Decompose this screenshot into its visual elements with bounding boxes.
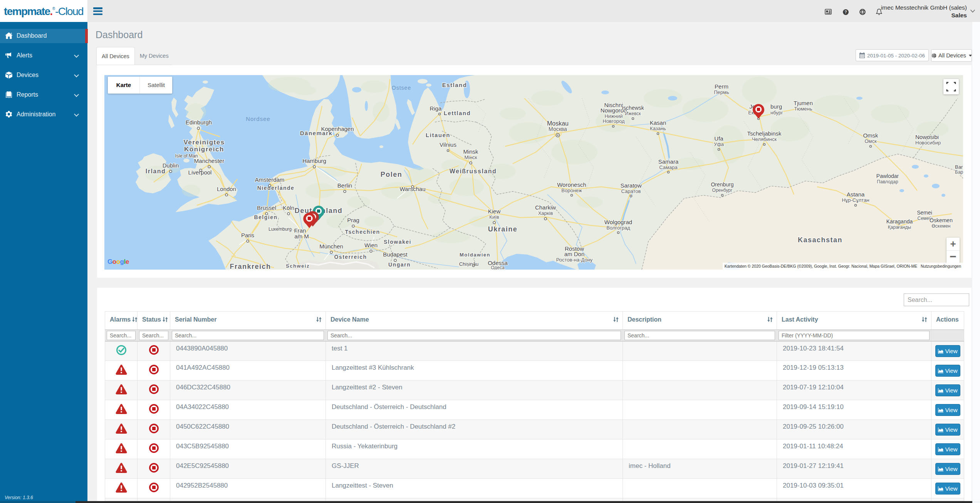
svg-text:Оренбург: Оренбург xyxy=(712,188,733,193)
svg-text:Нұр-Сұлтан: Нұр-Сұлтан xyxy=(842,197,869,203)
svg-text:Karaganda: Karaganda xyxy=(886,218,913,225)
svg-text:Samara: Samara xyxy=(658,158,679,165)
svg-text:нбург: нбург xyxy=(770,110,783,116)
svg-text:München: München xyxy=(319,243,343,250)
svg-text:Волгоград: Волгоград xyxy=(606,225,630,231)
svg-text:Қарағанды: Қарағанды xyxy=(888,225,911,230)
svg-text:Slowakei: Slowakei xyxy=(384,239,411,245)
svg-text:Moldawien: Moldawien xyxy=(460,252,490,258)
svg-text:Уфа: Уфа xyxy=(714,141,724,147)
svg-text:Nordsee: Nordsee xyxy=(246,116,270,122)
svg-text:Tschechien: Tschechien xyxy=(345,229,380,235)
svg-text:Ижевск: Ижевск xyxy=(625,111,641,116)
svg-text:Київ: Київ xyxy=(489,214,499,220)
svg-text:Köln: Köln xyxy=(283,205,294,211)
svg-text:burg: burg xyxy=(770,103,782,110)
svg-text:Öskemen: Öskemen xyxy=(930,217,953,223)
svg-text:Hamburg: Hamburg xyxy=(302,158,326,164)
svg-text:Ufa: Ufa xyxy=(714,135,723,142)
svg-text:Weißrussland: Weißrussland xyxy=(450,168,497,174)
svg-text:Irland: Irland xyxy=(146,168,166,174)
svg-text:Wien: Wien xyxy=(364,242,378,248)
svg-text:Perm: Perm xyxy=(715,83,728,90)
svg-text:Charkiw: Charkiw xyxy=(535,204,556,211)
svg-text:am Don: am Don xyxy=(564,251,585,257)
svg-text:Kasan: Kasan xyxy=(650,119,666,126)
svg-text:Харків: Харків xyxy=(538,210,553,216)
svg-text:Ungarn: Ungarn xyxy=(388,262,411,268)
svg-text:Казань: Казань xyxy=(650,126,666,131)
svg-text:Edinburgh: Edinburgh xyxy=(186,119,212,126)
svg-text:Belgien: Belgien xyxy=(254,214,277,220)
svg-text:Ischewsk: Ischewsk xyxy=(622,105,644,111)
svg-text:Kopenhagen: Kopenhagen xyxy=(321,126,354,132)
svg-text:Polen: Polen xyxy=(381,171,403,178)
svg-text:Barr: Barr xyxy=(955,164,963,170)
svg-text:Chișinău: Chișinău xyxy=(459,261,479,267)
svg-text:Өскемен: Өскемен xyxy=(932,223,951,229)
svg-text:Ukraine: Ukraine xyxy=(488,225,518,233)
svg-text:Wolgograd: Wolgograd xyxy=(604,219,632,225)
svg-text:Omsk: Omsk xyxy=(863,132,878,139)
svg-text:Luxemburg: Luxemburg xyxy=(268,226,292,232)
svg-text:Kiew: Kiew xyxy=(488,208,501,215)
svg-text:Пермь: Пермь xyxy=(714,89,729,95)
svg-text:Orenburg: Orenburg xyxy=(711,181,733,188)
svg-text:am M: am M xyxy=(294,233,309,240)
svg-text:Semei: Semei xyxy=(917,210,932,216)
svg-text:Омск: Омск xyxy=(864,138,877,144)
svg-text:Woronesch: Woronesch xyxy=(557,181,586,188)
svg-text:Estland: Estland xyxy=(442,82,467,88)
svg-text:Tscheljabinsk: Tscheljabinsk xyxy=(747,130,782,137)
svg-text:Tjumen: Tjumen xyxy=(794,100,813,106)
svg-text:Prag: Prag xyxy=(347,217,359,223)
svg-text:Москва: Москва xyxy=(549,126,567,132)
svg-text:Schweiz: Schweiz xyxy=(286,263,310,269)
svg-text:Riga: Riga xyxy=(430,105,442,112)
svg-text:Königreich: Königreich xyxy=(184,146,224,153)
svg-text:Pawlodar: Pawlodar xyxy=(876,173,899,179)
svg-text:Astana: Astana xyxy=(847,191,865,198)
svg-text:Ostsee: Ostsee xyxy=(392,85,411,91)
svg-text:London: London xyxy=(217,186,236,192)
svg-text:Vereinigtes: Vereinigtes xyxy=(183,139,225,146)
svg-text:Berlin: Berlin xyxy=(337,182,352,189)
svg-text:Dublin: Dublin xyxy=(163,162,179,169)
svg-text:Мінск: Мінск xyxy=(464,154,477,160)
svg-text:Ростов-на-Дону: Ростов-на-Дону xyxy=(556,257,593,263)
svg-text:Воронеж: Воронеж xyxy=(561,188,582,193)
svg-text:Тюмень: Тюмень xyxy=(794,106,812,112)
svg-text:Österreich: Österreich xyxy=(334,254,367,260)
svg-text:Vilnius: Vilnius xyxy=(440,141,456,148)
svg-text:Litauen: Litauen xyxy=(426,132,450,138)
svg-text:Саратов: Саратов xyxy=(621,188,641,194)
svg-text:Saratow: Saratow xyxy=(620,182,641,189)
svg-text:Budapest: Budapest xyxy=(383,251,408,258)
svg-text:Brüssel: Brüssel xyxy=(257,205,276,211)
svg-text:Одеса: Одеса xyxy=(491,265,505,270)
svg-text:Amsterdam: Amsterdam xyxy=(255,176,285,183)
svg-text:Minsk: Minsk xyxy=(463,148,478,155)
svg-text:Барн: Барн xyxy=(955,169,963,175)
svg-text:Niederlande: Niederlande xyxy=(257,185,295,191)
svg-text:Frankreich: Frankreich xyxy=(230,263,271,270)
svg-text:Nowosibi: Nowosibi xyxy=(915,134,939,140)
svg-text:Paris: Paris xyxy=(241,232,254,238)
svg-text:Самара: Самара xyxy=(659,164,678,170)
svg-text:Lettland: Lettland xyxy=(444,110,471,116)
svg-text:Павлодар: Павлодар xyxy=(877,179,898,184)
svg-text:Manchester: Manchester xyxy=(194,158,224,164)
svg-text:Kasachstan: Kasachstan xyxy=(798,236,842,244)
svg-text:Новосибир: Новосибир xyxy=(915,140,941,146)
svg-text:Челябинск: Челябинск xyxy=(752,136,777,142)
svg-text:?: ? xyxy=(844,10,847,14)
svg-text:Новгород: Новгород xyxy=(603,118,625,124)
